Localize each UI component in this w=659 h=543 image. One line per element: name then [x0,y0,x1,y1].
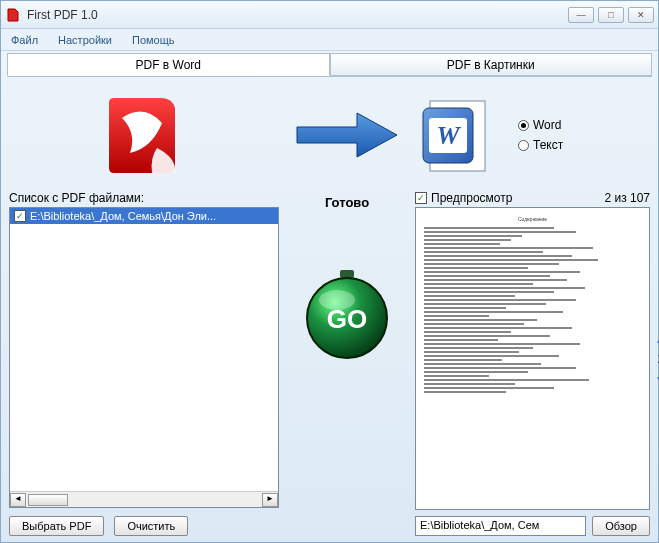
left-column: Список c PDF файлами: ✓ E:\Biblioteka\_Д… [9,85,279,536]
preview-page: Содержание [424,216,641,501]
tab-pdf-to-word[interactable]: PDF в Word [7,53,330,76]
file-path-text: E:\Biblioteka\_Дом, Семья\Дон Эли... [30,210,216,222]
radio-text-label: Текст [533,138,563,152]
radio-text[interactable]: Текст [518,138,563,152]
preview-label: Предпросмотр [431,191,512,205]
page-counter: 2 из 107 [604,191,650,205]
minimize-button[interactable]: — [568,7,594,23]
window-controls: — □ ✕ [568,7,654,23]
page-down-icon[interactable]: ▼ [654,372,659,388]
file-checkbox[interactable]: ✓ [14,210,26,222]
menu-settings[interactable]: Настройки [54,32,116,48]
pdf-icon-area [9,85,279,185]
titlebar: First PDF 1.0 — □ ✕ [1,1,658,29]
clear-button[interactable]: Очистить [114,516,188,536]
maximize-button[interactable]: □ [598,7,624,23]
scroll-left-button[interactable]: ◄ [10,493,26,507]
right-column: W Word Текст ✓ Предпросм [415,85,650,536]
preview-checkbox[interactable]: ✓ [415,192,427,204]
preview-checkbox-group[interactable]: ✓ Предпросмотр [415,191,512,205]
middle-column: Готово GO [287,85,407,536]
app-icon [5,7,21,23]
radio-word[interactable]: Word [518,118,563,132]
arrow-area [292,85,402,185]
page-up-icon[interactable]: ▲ [654,330,659,346]
word-icon-area: W Word Текст [415,85,650,185]
close-button[interactable]: ✕ [628,7,654,23]
scroll-right-button[interactable]: ► [262,493,278,507]
output-path-field[interactable]: E:\Biblioteka\_Дом, Сем [415,516,586,536]
preview-wrapper: Содержание [415,207,650,510]
preview-box: Содержание [415,207,650,510]
svg-text:W: W [436,121,461,150]
radio-icon [518,140,529,151]
left-button-row: Выбрать PDF Очистить [9,516,279,536]
menu-help[interactable]: Помощь [128,32,179,48]
content-area: Список c PDF файлами: ✓ E:\Biblioteka\_Д… [1,77,658,542]
select-pdf-button[interactable]: Выбрать PDF [9,516,104,536]
scroll-thumb[interactable] [28,494,68,506]
svg-text:GO: GO [327,304,367,334]
arrow-icon [292,105,402,165]
page-navigation: ▲ 2 ▼ [654,330,659,388]
format-radio-group: Word Текст [518,118,563,152]
tab-bar: PDF в Word PDF в Картинки [7,53,652,77]
file-listbox[interactable]: ✓ E:\Biblioteka\_Дом, Семья\Дон Эли... ◄… [9,207,279,508]
pdf-icon [102,93,187,178]
radio-icon [518,120,529,131]
horizontal-scrollbar[interactable]: ◄ ► [10,491,278,507]
window-title: First PDF 1.0 [27,8,568,22]
preview-header: ✓ Предпросмотр 2 из 107 [415,191,650,205]
word-icon: W [415,93,500,178]
output-row: E:\Biblioteka\_Дом, Сем Обзор [415,516,650,536]
file-list-label: Список c PDF файлами: [9,191,279,205]
browse-button[interactable]: Обзор [592,516,650,536]
status-text: Готово [325,195,369,210]
app-window: First PDF 1.0 — □ ✕ Файл Настройки Помощ… [0,0,659,543]
tab-pdf-to-images[interactable]: PDF в Картинки [330,53,653,76]
menubar: Файл Настройки Помощь [1,29,658,51]
menu-file[interactable]: Файл [7,32,42,48]
svg-rect-0 [340,270,354,278]
go-button[interactable]: GO [302,270,392,360]
radio-word-label: Word [533,118,561,132]
list-item[interactable]: ✓ E:\Biblioteka\_Дом, Семья\Дон Эли... [10,208,278,224]
